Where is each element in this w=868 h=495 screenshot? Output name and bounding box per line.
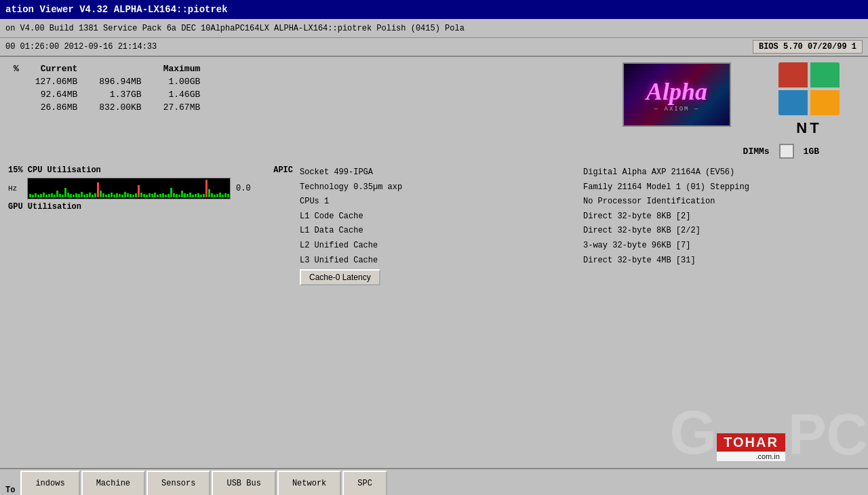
tab-sensors[interactable]: Sensors: [146, 471, 210, 495]
cpu-l1code: L1 Code Cache: [300, 210, 576, 224]
tab-spc[interactable]: SPC: [342, 471, 387, 495]
cpu-left: 15% CPU Utilisation APIC Hz 0.0 GPU Util…: [8, 165, 293, 212]
alpha-logo: Alpha — AXIOM —: [623, 62, 731, 127]
dimms-label: DIMMs: [743, 146, 770, 157]
dimm-slot: [779, 144, 794, 159]
mem-r3-max: 27.67MB: [153, 101, 212, 114]
bottom-left-label: To: [0, 486, 20, 495]
title-bar: ation Viewer V4.32 ALPHA-LX164::piotrek: [0, 0, 868, 19]
tab-spc-label: SPC: [357, 479, 372, 488]
tab-network-label: Network: [292, 479, 326, 488]
win-nt-label: NT: [796, 119, 821, 137]
win-pane-red: [778, 62, 808, 87]
cpu-family: Family 21164 Model 1 (01) Stepping: [583, 180, 860, 195]
alpha-logo-text: Alpha: [646, 77, 707, 106]
cpu-graph-row: Hz 0.0: [8, 178, 293, 199]
memory-row-3: 26.86MB 832.00KB 27.67MB: [8, 101, 211, 114]
mem-r2-max: 1.46GB: [153, 88, 212, 101]
info-row1-text: on V4.00 Build 1381 Service Pack 6a DEC …: [5, 24, 465, 33]
dimms-section: DIMMs 1GB: [8, 144, 860, 159]
mem-col-pct: %: [8, 62, 24, 75]
dimms-size: 1GB: [804, 146, 819, 157]
cpu-l1data-val: Direct 32-byte 8KB [2/2]: [583, 224, 860, 239]
gpu-utilisation-row: GPU Utilisation: [8, 202, 293, 212]
tab-windows[interactable]: indows: [20, 471, 79, 495]
memory-table: % Current Maximum 127.06MB 896.94MB 1.00…: [8, 62, 211, 114]
gpu-utilisation-label: GPU Utilisation: [8, 202, 81, 212]
cache-button[interactable]: Cache-0 Latency: [300, 269, 380, 285]
mem-col-empty: [88, 62, 152, 75]
tab-sensors-label: Sensors: [161, 479, 195, 488]
win-pane-green: [810, 62, 840, 87]
info-row1: on V4.00 Build 1381 Service Pack 6a DEC …: [0, 19, 868, 38]
info-row2-left: 00 01:26:00 2012-09-16 21:14:33: [5, 42, 157, 52]
tab-network[interactable]: Network: [277, 471, 341, 495]
cpu-processor-name: Digital Alpha AXP 21164A (EV56): [583, 165, 860, 180]
tab-machine[interactable]: Machine: [81, 471, 145, 495]
win-flag: [778, 62, 840, 115]
tab-windows-label: indows: [35, 479, 64, 488]
watermark-tohar-block: TOHAR .com.in: [717, 433, 785, 461]
cpu-details-right: Digital Alpha AXP 21164A (EV56) Family 2…: [583, 165, 860, 268]
cpu-technology: Technology 0.35µm axp: [300, 180, 576, 195]
watermark-domain: .com.in: [717, 452, 785, 461]
mem-col-maximum: Maximum: [153, 62, 212, 75]
bios-info: BIOS 5.70 07/20/99 1: [753, 40, 863, 54]
bottom-tabs: To indows Machine Sensors USB Bus Networ…: [0, 468, 868, 495]
cpu-l2: L2 Unified Cache: [300, 239, 576, 254]
cpu-l2-val: 3-way 32-byte 96KB [7]: [583, 239, 860, 254]
memory-header-row: % Current Maximum: [8, 62, 211, 75]
memory-row-1: 127.06MB 896.94MB 1.00GB: [8, 75, 211, 88]
cpu-cpus: CPUs 1: [300, 195, 576, 210]
cpu-utilisation-label: 15% CPU Utilisation: [8, 165, 101, 175]
cpu-l1code-val: Direct 32-byte 8KB [2]: [583, 210, 860, 224]
watermark: G TOHAR .com.in PC: [669, 402, 868, 467]
watermark-pc-icon: PC: [788, 405, 868, 467]
win-pane-blue: [778, 90, 808, 115]
mem-r3-mid: 832.00KB: [88, 101, 152, 114]
cpu-identification: No Processor Identification: [583, 195, 860, 210]
windows-logo: NT: [758, 62, 860, 137]
cpu-details: Socket 499-IPGA Technology 0.35µm axp CP…: [300, 165, 576, 286]
memory-section: % Current Maximum 127.06MB 896.94MB 1.00…: [8, 62, 211, 114]
watermark-g-icon: G: [669, 402, 717, 467]
title-text: ation Viewer V4.32 ALPHA-LX164::piotrek: [5, 4, 228, 15]
cpu-freq-label: Hz: [8, 184, 22, 193]
win-pane-yellow: [810, 90, 840, 115]
alpha-logo-sub: — AXIOM —: [654, 106, 700, 113]
mem-col-current: Current: [24, 62, 88, 75]
mem-r1-current: 127.06MB: [24, 75, 88, 88]
watermark-red-bar: TOHAR: [717, 433, 785, 452]
mem-r1-max: 1.00GB: [153, 75, 212, 88]
mem-r1-mid: 896.94MB: [88, 75, 152, 88]
cpu-l3-val: Direct 32-byte 4MB [31]: [583, 254, 860, 269]
mem-r2-mid: 1.37GB: [88, 88, 152, 101]
mem-r2-current: 92.64MB: [24, 88, 88, 101]
memory-row-2: 92.64MB 1.37GB 1.46GB: [8, 88, 211, 101]
cpu-freq-value: 0.0: [236, 184, 251, 193]
mem-r3-current: 26.86MB: [24, 101, 88, 114]
tab-machine-label: Machine: [96, 479, 130, 488]
cpu-apic: APIC: [273, 165, 293, 175]
cpu-socket: Socket 499-IPGA: [300, 165, 576, 180]
cpu-l3: L3 Unified Cache: [300, 254, 576, 269]
tab-usb-label: USB Bus: [226, 479, 260, 488]
info-row2: 00 01:26:00 2012-09-16 21:14:33 BIOS 5.7…: [0, 38, 868, 57]
cpu-utilisation-row: 15% CPU Utilisation APIC: [8, 165, 293, 175]
cpu-l1data: L1 Data Cache: [300, 224, 576, 239]
tab-usb[interactable]: USB Bus: [212, 471, 275, 495]
cpu-graph: [27, 178, 231, 199]
